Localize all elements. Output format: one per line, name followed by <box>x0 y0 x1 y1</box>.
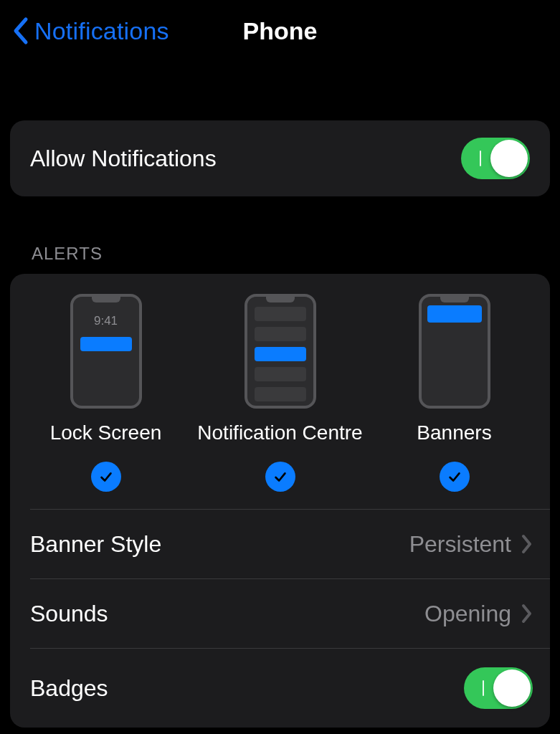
banner-style-value: Persistent <box>409 531 511 558</box>
header: Notifications Phone <box>0 0 560 62</box>
allow-notifications-toggle[interactable] <box>461 138 530 179</box>
notification-centre-icon <box>245 294 316 409</box>
chevron-left-icon <box>11 16 29 45</box>
alerts-card: 9:41 Lock Screen <box>10 274 550 728</box>
lock-screen-icon: 9:41 <box>70 294 142 409</box>
toggle-knob <box>490 140 528 177</box>
allow-notifications-row: Allow Notifications <box>10 120 550 196</box>
allow-notifications-label: Allow Notifications <box>30 146 217 172</box>
alert-option-label: Banners <box>417 421 491 444</box>
back-label: Notifications <box>34 17 169 45</box>
alert-option-lock-screen[interactable]: 9:41 Lock Screen <box>20 294 192 492</box>
row-right: Opening <box>424 601 533 627</box>
checkmark-icon <box>265 462 295 492</box>
checkmark-icon <box>440 462 470 492</box>
chevron-right-icon <box>521 604 533 624</box>
alert-option-banners[interactable]: Banners <box>369 294 541 492</box>
allow-notifications-card: Allow Notifications <box>10 120 550 196</box>
alert-option-label: Lock Screen <box>50 421 162 444</box>
alert-option-label: Notification Centre <box>197 421 362 444</box>
sounds-value: Opening <box>424 601 511 627</box>
sounds-row[interactable]: Sounds Opening <box>10 579 550 648</box>
toggle-knob <box>493 669 531 707</box>
lock-screen-time: 9:41 <box>73 314 139 328</box>
alerts-section-header: ALERTS <box>32 244 560 264</box>
banner-style-label: Banner Style <box>30 531 161 558</box>
checkmark-icon <box>91 462 121 492</box>
alerts-options-row: 9:41 Lock Screen <box>10 294 550 509</box>
sounds-label: Sounds <box>30 601 108 627</box>
badges-toggle[interactable] <box>464 667 533 709</box>
back-button[interactable]: Notifications <box>11 16 169 45</box>
badges-label: Badges <box>30 675 108 702</box>
page-title: Phone <box>243 17 318 45</box>
banners-icon <box>419 294 490 409</box>
toggle-indicator <box>480 151 481 166</box>
row-right: Persistent <box>409 531 533 558</box>
badges-row: Badges <box>10 649 550 728</box>
banner-style-row[interactable]: Banner Style Persistent <box>10 510 550 578</box>
chevron-right-icon <box>521 534 533 554</box>
toggle-indicator <box>483 680 484 696</box>
alert-option-notification-centre[interactable]: Notification Centre <box>194 294 366 492</box>
